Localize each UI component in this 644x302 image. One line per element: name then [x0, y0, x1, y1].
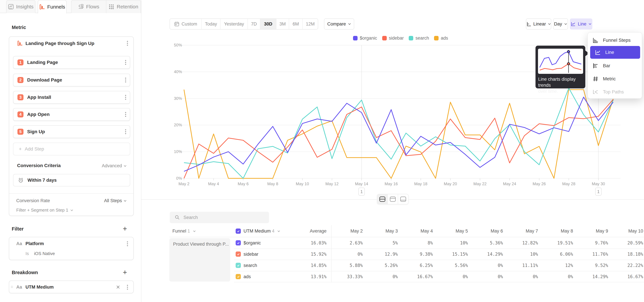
x-axis-tick: May 24	[498, 182, 522, 186]
chart-series-$organic[interactable]	[184, 97, 613, 171]
layout-table-button[interactable]	[388, 194, 398, 204]
tab-insights[interactable]: Insights	[6, 0, 36, 13]
advanced-toggle[interactable]: Advanced	[102, 163, 126, 168]
range-12m[interactable]: 12M	[303, 19, 318, 29]
funnel-step-2[interactable]: 2 Download Page	[13, 74, 130, 86]
conversion-window-field[interactable]: Within 7 days	[13, 174, 130, 186]
day-column-header[interactable]: May 2	[334, 228, 363, 234]
filter-value[interactable]: iOS Native	[34, 251, 55, 256]
range-7d[interactable]: 7D	[248, 19, 260, 29]
legend-item[interactable]: ads	[434, 36, 448, 41]
search-input[interactable]: Search	[170, 212, 269, 223]
day-value-cell: 0%	[474, 274, 503, 279]
range-6m[interactable]: 6M	[289, 19, 303, 29]
day-column-header[interactable]: May 3	[369, 228, 398, 234]
range-custom[interactable]: Custom	[170, 19, 202, 29]
interval-button[interactable]: Day	[553, 18, 568, 30]
metric-heading: Metric	[12, 25, 26, 30]
table-row[interactable]: sidebar 15.92% 0%12.9%9.38%15.15%14.29%1…	[169, 248, 644, 260]
range-label: 30D	[264, 22, 272, 27]
table-row[interactable]: ads 13.91% 33.33%0%16.67%0%0%0%0%14.29%1…	[169, 271, 644, 282]
day-column-header[interactable]: May 6	[474, 228, 503, 234]
average-column-header[interactable]: Average	[298, 228, 326, 234]
compare-button[interactable]: Compare	[324, 18, 354, 30]
legend-item[interactable]: $organic	[353, 36, 377, 41]
day-column-header[interactable]: May 10	[615, 228, 643, 234]
kebab-icon[interactable]	[125, 77, 126, 83]
conversion-window-label: Within 7 days	[28, 178, 57, 183]
breakdown-select-all-checkbox[interactable]	[236, 228, 241, 234]
menu-item-metric[interactable]: Metric	[588, 73, 642, 85]
filter-card[interactable]: Aa Platform Is iOS Native	[9, 237, 134, 260]
bottom-panel-icon	[400, 196, 406, 202]
menu-item-line[interactable]: Line	[590, 46, 640, 59]
funnel-step-3[interactable]: 3 App Install	[13, 91, 130, 104]
all-steps-dropdown[interactable]: All Steps	[104, 198, 126, 203]
metric-title: Landing Page through Sign Up	[26, 41, 94, 46]
series-checkbox[interactable]	[236, 240, 241, 246]
day-column-header[interactable]: May 8	[544, 228, 573, 234]
series-checkbox[interactable]	[236, 274, 241, 279]
day-value-cell: 0%	[334, 252, 363, 257]
menu-item-top-paths[interactable]: Top Paths	[588, 86, 642, 98]
check-icon	[237, 242, 240, 244]
funnel-step-5[interactable]: 5 Sign Up	[13, 125, 130, 138]
range-label: 7D	[251, 22, 257, 27]
day-value-cell: 33.33%	[334, 274, 363, 279]
funnel-column-header[interactable]: Funnel 1	[172, 228, 196, 234]
check-icon	[237, 275, 240, 278]
tab-retention[interactable]: Retention	[106, 0, 141, 13]
layout-chart-button[interactable]	[398, 194, 408, 204]
annotation-badge[interactable]: 1	[358, 188, 365, 196]
add-step-button[interactable]: + Add Step	[13, 142, 130, 155]
funnel-step-4[interactable]: 4 App Open	[13, 108, 130, 121]
legend-item[interactable]: sidebar	[382, 36, 404, 41]
legend-item[interactable]: search	[409, 36, 429, 41]
table-row[interactable]: $organic 16.03% 2.63%5%8%10%5.36%12.82%1…	[169, 237, 644, 248]
menu-item-bar[interactable]: Bar	[588, 60, 642, 72]
breakdown-count: 4	[272, 228, 274, 234]
add-breakdown-button[interactable]: +	[123, 268, 127, 276]
kebab-icon[interactable]	[125, 60, 126, 65]
kebab-icon[interactable]	[126, 241, 128, 247]
breakdown-column-header[interactable]: UTM Medium 4	[244, 228, 280, 234]
day-column-header[interactable]: May 4	[404, 228, 433, 234]
drag-handle-icon[interactable]	[10, 285, 13, 289]
series-checkbox[interactable]	[236, 263, 241, 268]
flows-icon	[78, 4, 84, 10]
remove-breakdown-icon[interactable]	[116, 285, 120, 289]
tab-group: Flows Retention	[71, 0, 141, 13]
series-checkbox[interactable]	[236, 252, 241, 257]
kebab-icon[interactable]	[125, 129, 126, 134]
range-yesterday[interactable]: Yesterday	[220, 19, 248, 29]
app-root: Insights Funnels Flows Retention Metric	[0, 0, 644, 302]
line-chart-icon	[571, 22, 576, 26]
breakdown-card[interactable]: Aa UTM Medium	[9, 280, 134, 293]
menu-item-funnel-steps[interactable]: Funnel Steps	[588, 34, 642, 46]
table-header: Funnel 1 UTM Medium 4 Average May 2May 3…	[169, 225, 644, 237]
scale-button[interactable]: Linear	[526, 18, 551, 30]
range-today[interactable]: Today	[202, 19, 220, 29]
kebab-icon[interactable]	[126, 40, 128, 46]
day-column-header[interactable]: May 7	[510, 228, 538, 234]
funnel-step-1[interactable]: 1 Landing Page	[13, 56, 130, 69]
layout-split-button[interactable]	[377, 194, 388, 204]
tab-flows[interactable]: Flows	[72, 0, 106, 13]
range-3m[interactable]: 3M	[276, 19, 289, 29]
top-panel-icon	[390, 196, 396, 202]
chart-series-ads[interactable]	[184, 90, 613, 178]
day-column-header[interactable]: May 9	[580, 228, 608, 234]
day-value-cell: 22.22%	[615, 263, 643, 268]
annotation-badge[interactable]: 1	[595, 188, 602, 196]
kebab-icon[interactable]	[125, 112, 126, 117]
kebab-icon[interactable]	[125, 94, 126, 100]
tab-funnels[interactable]: Funnels	[38, 0, 66, 14]
chart-type-button[interactable]: Line	[570, 18, 592, 30]
add-filter-button[interactable]: +	[123, 224, 127, 233]
filter-segment-dropdown[interactable]: Filter + Segment on Step 1	[16, 208, 73, 213]
range-30d[interactable]: 30D	[260, 19, 276, 29]
day-column-header[interactable]: May 5	[440, 228, 468, 234]
legend-label: $organic	[360, 36, 377, 41]
table-row[interactable]: search 14.85% 5.88%5.26%6.25%5.56%0%11.1…	[169, 260, 644, 271]
kebab-icon[interactable]	[126, 284, 128, 290]
